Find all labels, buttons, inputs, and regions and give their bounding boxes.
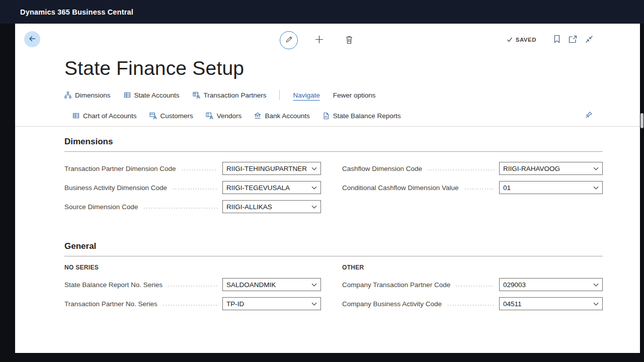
field-label: Cashflow Dimension Code bbox=[342, 165, 422, 172]
save-status: SAVED bbox=[507, 37, 536, 43]
action-state-accounts[interactable]: State Accounts bbox=[124, 92, 180, 99]
app-header: Dynamics 365 Business Central bbox=[0, 0, 644, 24]
back-button[interactable] bbox=[24, 31, 40, 47]
collapse-button[interactable] bbox=[585, 35, 593, 45]
button-label: Fewer options bbox=[333, 92, 376, 99]
company-business-activity-code-dropdown[interactable]: 04511 bbox=[499, 297, 603, 310]
chevron-down-icon[interactable] bbox=[311, 167, 317, 170]
field-company-business-activity-code: Company Business Activity Code 04511 bbox=[342, 297, 603, 310]
dotted-leader bbox=[447, 305, 494, 306]
fewer-options-button[interactable]: Fewer options bbox=[333, 92, 376, 99]
open-in-new-window-button[interactable] bbox=[569, 35, 577, 45]
app-title: Dynamics 365 Business Central bbox=[20, 8, 133, 16]
field-source-dimension-code: Source Dimension Code RIIGI-ALLIKAS bbox=[64, 200, 321, 213]
field-transaction-partner-no-series: Transaction Partner No. Series TP-ID bbox=[64, 297, 321, 310]
group-header-no-series: NO SERIES bbox=[64, 264, 321, 271]
action-label: State Balance Reports bbox=[333, 112, 401, 120]
pin-icon bbox=[585, 111, 593, 120]
action-bar: Dimensions State Accounts Transaction Pa… bbox=[15, 85, 640, 127]
action-vendors[interactable]: Vendors bbox=[206, 112, 242, 120]
report-icon bbox=[323, 112, 330, 120]
new-button[interactable] bbox=[314, 35, 324, 46]
dotted-leader bbox=[163, 305, 217, 306]
state-balance-report-no-series-dropdown[interactable]: SALDOANDMIK bbox=[222, 278, 321, 291]
window-actions: SAVED bbox=[507, 35, 593, 45]
person-table-icon bbox=[206, 112, 213, 120]
dotted-leader bbox=[168, 286, 217, 287]
chevron-down-icon[interactable] bbox=[593, 186, 599, 190]
source-dimension-code-dropdown[interactable]: RIIGI-ALLIKAS bbox=[222, 200, 321, 213]
cashflow-dimension-code-dropdown[interactable]: RIIGI-RAHAVOOG bbox=[499, 162, 603, 175]
field-label: Transaction Partner Dimension Code bbox=[64, 165, 176, 172]
page-title: State Finance Setup bbox=[64, 57, 640, 80]
chevron-down-icon[interactable] bbox=[311, 186, 317, 190]
dropdown-value: RIIGI-TEGEVUSALA bbox=[226, 184, 311, 192]
field-label: Conditional Cashflow Dimension Value bbox=[342, 184, 459, 192]
dimensions-fields: Transaction Partner Dimension Code RIIGI… bbox=[64, 162, 603, 219]
chevron-down-icon[interactable] bbox=[593, 167, 599, 170]
company-transaction-partner-code-dropdown[interactable]: 029003 bbox=[499, 278, 603, 291]
dropdown-value: TP-ID bbox=[226, 300, 311, 308]
tab-label: Navigate bbox=[293, 92, 319, 99]
action-transaction-partners[interactable]: Transaction Partners bbox=[193, 92, 267, 99]
chevron-down-icon[interactable] bbox=[311, 205, 317, 209]
action-state-balance-reports[interactable]: State Balance Reports bbox=[323, 112, 401, 120]
action-chart-of-accounts[interactable]: Chart of Accounts bbox=[72, 112, 137, 120]
tab-navigate[interactable]: Navigate bbox=[293, 92, 319, 99]
delete-button[interactable] bbox=[345, 35, 353, 46]
dropdown-value: 01 bbox=[503, 184, 593, 192]
dotted-leader bbox=[455, 286, 494, 287]
chevron-down-icon[interactable] bbox=[311, 283, 317, 287]
collapse-arrows-icon bbox=[585, 35, 593, 45]
field-company-transaction-partner-code: Company Transaction Partner Code 029003 bbox=[342, 278, 603, 291]
chevron-down-icon[interactable] bbox=[593, 283, 599, 287]
dotted-leader bbox=[181, 169, 217, 170]
dotted-leader bbox=[464, 189, 494, 190]
group-header-other: OTHER bbox=[342, 264, 603, 271]
toolbar-divider bbox=[279, 90, 280, 100]
field-conditional-cashflow-dimension-value: Conditional Cashflow Dimension Value 01 bbox=[342, 181, 603, 194]
unpin-action-bar-button[interactable] bbox=[585, 111, 593, 120]
business-activity-dimension-code-dropdown[interactable]: RIIGI-TEGEVUSALA bbox=[222, 181, 321, 194]
dimensions-icon bbox=[64, 92, 71, 99]
field-state-balance-report-no-series: State Balance Report No. Series SALDOAND… bbox=[64, 278, 321, 291]
conditional-cashflow-dimension-value-dropdown[interactable]: 01 bbox=[499, 181, 603, 194]
check-icon bbox=[507, 37, 513, 43]
transaction-partner-dimension-code-dropdown[interactable]: RIIGI-TEHINGUPARTNER bbox=[222, 162, 321, 175]
record-actions bbox=[280, 31, 353, 49]
action-label: Customers bbox=[160, 112, 193, 120]
partner-table-icon bbox=[193, 92, 200, 99]
action-dimensions[interactable]: Dimensions bbox=[64, 92, 111, 99]
section-title-dimensions: Dimensions bbox=[64, 137, 603, 152]
plus-icon bbox=[314, 35, 324, 46]
bookmark-button[interactable] bbox=[553, 35, 560, 45]
field-label: State Balance Report No. Series bbox=[64, 281, 163, 289]
action-label: Chart of Accounts bbox=[83, 112, 137, 120]
transaction-partner-no-series-dropdown[interactable]: TP-ID bbox=[222, 297, 321, 310]
field-label: Company Transaction Partner Code bbox=[342, 281, 450, 289]
fields-column-right: Company Transaction Partner Code 029003 … bbox=[342, 278, 603, 316]
action-bar-row-1: Dimensions State Accounts Transaction Pa… bbox=[15, 85, 640, 105]
section-dimensions: Dimensions Transaction Partner Dimension… bbox=[64, 137, 603, 219]
action-bank-accounts[interactable]: Bank Accounts bbox=[254, 112, 309, 120]
scrollbar-thumb[interactable] bbox=[640, 113, 643, 128]
field-cashflow-dimension-code: Cashflow Dimension Code RIIGI-RAHAVOOG bbox=[342, 162, 603, 175]
action-customers[interactable]: Customers bbox=[149, 112, 193, 120]
section-general: General NO SERIES OTHER State Balance Re… bbox=[64, 241, 603, 316]
fields-column-left: Transaction Partner Dimension Code RIIGI… bbox=[64, 162, 321, 219]
action-label: Vendors bbox=[217, 112, 242, 120]
field-label: Transaction Partner No. Series bbox=[64, 300, 157, 308]
field-business-activity-dimension-code: Business Activity Dimension Code RIIGI-T… bbox=[64, 181, 321, 194]
dropdown-value: RIIGI-TEHINGUPARTNER bbox=[226, 165, 311, 172]
dotted-leader bbox=[172, 189, 217, 190]
chevron-down-icon[interactable] bbox=[593, 302, 599, 306]
general-group-headers: NO SERIES OTHER bbox=[64, 264, 603, 271]
bookmark-icon bbox=[553, 35, 560, 45]
edit-button[interactable] bbox=[280, 31, 298, 49]
save-status-label: SAVED bbox=[516, 37, 536, 43]
chevron-down-icon[interactable] bbox=[311, 302, 317, 306]
popout-icon bbox=[569, 35, 577, 45]
general-fields: State Balance Report No. Series SALDOAND… bbox=[64, 278, 603, 316]
action-label: Transaction Partners bbox=[204, 92, 267, 99]
fields-column-left: State Balance Report No. Series SALDOAND… bbox=[64, 278, 321, 316]
